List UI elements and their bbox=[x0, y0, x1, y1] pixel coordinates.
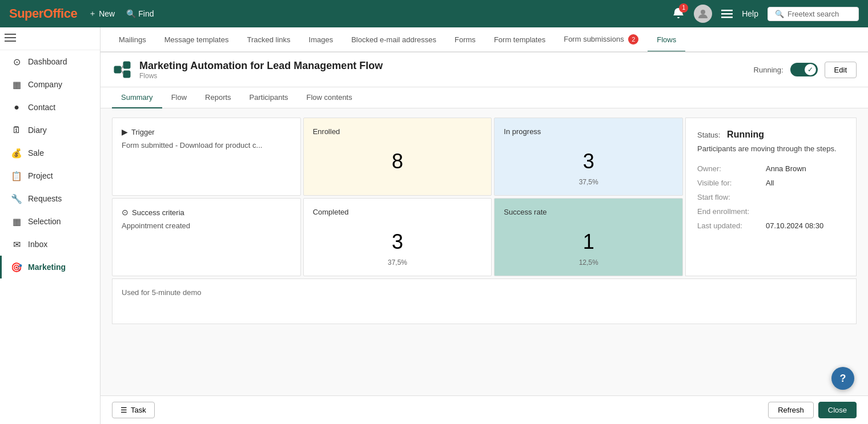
sidebar-item-project[interactable]: 📋 Project bbox=[0, 164, 100, 187]
updated-row: Last updated: 07.10.2024 08:30 bbox=[697, 221, 845, 230]
visible-value: All bbox=[766, 179, 774, 187]
visible-row: Visible for: All bbox=[697, 179, 845, 187]
owner-row: Owner: Anna Brown bbox=[697, 164, 845, 173]
end-row: End enrollment: bbox=[697, 207, 845, 216]
sidebar-label-requests: Requests bbox=[28, 194, 62, 203]
close-button[interactable]: Close bbox=[818, 402, 857, 418]
flow-header: Marketing Automation for Lead Management… bbox=[101, 53, 868, 87]
flow-area: Marketing Automation for Lead Management… bbox=[101, 53, 868, 424]
task-button[interactable]: ☰ Task bbox=[112, 402, 155, 418]
sidebar-label-company: Company bbox=[28, 80, 62, 89]
inprogress-card: In progress 3 37,5% bbox=[494, 118, 683, 196]
tab-blocked-email[interactable]: Blocked e-mail addresses bbox=[342, 29, 445, 52]
sidebar-item-marketing[interactable]: 🎯 Marketing bbox=[0, 256, 100, 278]
tab-images[interactable]: Images bbox=[300, 29, 343, 52]
sidebar-item-company[interactable]: ▦ Company bbox=[0, 73, 100, 96]
sidebar-label-marketing: Marketing bbox=[28, 263, 66, 272]
tab-forms[interactable]: Forms bbox=[445, 29, 485, 52]
success-rate-label: Success rate bbox=[504, 208, 673, 216]
project-icon: 📋 bbox=[11, 170, 22, 181]
sidebar: ⊙ Dashboard ▦ Company ● Contact 🗓 Diary … bbox=[0, 27, 101, 424]
dashboard-icon: ⊙ bbox=[11, 56, 22, 67]
sub-tab-flow[interactable]: Flow bbox=[162, 87, 196, 108]
sub-tab-flow-contents[interactable]: Flow contents bbox=[298, 87, 361, 108]
user-avatar[interactable] bbox=[694, 5, 712, 23]
sub-tab-participants[interactable]: Participants bbox=[240, 87, 298, 108]
help-fab-button[interactable]: ? bbox=[831, 367, 854, 390]
close-label: Close bbox=[828, 406, 847, 414]
sidebar-item-sale[interactable]: 💰 Sale bbox=[0, 142, 100, 164]
requests-icon: 🔧 bbox=[11, 193, 22, 204]
sidebar-item-dashboard[interactable]: ⊙ Dashboard bbox=[0, 50, 100, 73]
sidebar-item-diary[interactable]: 🗓 Diary bbox=[0, 119, 100, 142]
task-icon: ☰ bbox=[120, 406, 127, 414]
sidebar-item-contact[interactable]: ● Contact bbox=[0, 96, 100, 119]
enrolled-label: Enrolled bbox=[313, 127, 483, 136]
svg-point-0 bbox=[701, 10, 705, 14]
notes-area: Used for 5-minute demo bbox=[112, 278, 857, 324]
completed-label: Completed bbox=[313, 208, 483, 216]
svg-line-10 bbox=[121, 65, 123, 70]
start-row: Start flow: bbox=[697, 193, 845, 201]
sidebar-item-requests[interactable]: 🔧 Requests bbox=[0, 187, 100, 210]
sidebar-item-selection[interactable]: ▦ Selection bbox=[0, 210, 100, 233]
notification-badge: 1 bbox=[679, 3, 688, 13]
tab-message-templates[interactable]: Message templates bbox=[155, 29, 238, 52]
help-button[interactable]: Help bbox=[742, 9, 758, 18]
sidebar-label-project: Project bbox=[28, 171, 53, 180]
form-submissions-badge: 2 bbox=[628, 34, 638, 45]
sidebar-item-inbox[interactable]: ✉ Inbox bbox=[0, 233, 100, 256]
success-rate-percent: 12,5% bbox=[504, 259, 673, 266]
enrolled-card: Enrolled 8 bbox=[303, 118, 492, 196]
sub-tab-reports[interactable]: Reports bbox=[196, 87, 240, 108]
running-toggle[interactable]: ✓ bbox=[790, 63, 818, 76]
company-icon: ▦ bbox=[11, 79, 22, 90]
success-criteria-label: ⊙ Success criteria bbox=[122, 208, 291, 217]
sub-tab-summary[interactable]: Summary bbox=[112, 87, 162, 108]
inbox-icon: ✉ bbox=[11, 239, 22, 250]
start-label: Start flow: bbox=[697, 193, 766, 201]
owner-value: Anna Brown bbox=[766, 164, 806, 173]
status-value: Running bbox=[727, 130, 764, 139]
footer-left: ☰ Task bbox=[112, 402, 155, 418]
freetext-search-input[interactable]: 🔍 Freetext search bbox=[767, 7, 859, 21]
sidebar-label-sale: Sale bbox=[28, 148, 44, 158]
tab-form-submissions[interactable]: Form submissions 2 bbox=[554, 27, 648, 53]
menu-button[interactable] bbox=[721, 8, 733, 19]
completed-card: Completed 3 37,5% bbox=[303, 198, 492, 276]
tab-form-templates[interactable]: Form templates bbox=[485, 29, 554, 52]
tab-flows[interactable]: Flows bbox=[648, 29, 685, 52]
flow-breadcrumb: Flows bbox=[139, 72, 383, 80]
success-criteria-card: ⊙ Success criteria Appointment created bbox=[112, 198, 301, 276]
help-fab-label: ? bbox=[840, 373, 846, 385]
edit-button[interactable]: Edit bbox=[825, 62, 857, 78]
app-logo[interactable]: SuperOffice bbox=[9, 6, 77, 21]
sidebar-label-diary: Diary bbox=[28, 126, 47, 135]
refresh-button[interactable]: Refresh bbox=[768, 402, 814, 418]
find-button[interactable]: 🔍 Find bbox=[126, 9, 154, 18]
trigger-label: ▶ Trigger bbox=[122, 127, 291, 136]
diary-icon: 🗓 bbox=[11, 124, 22, 136]
new-button[interactable]: ＋ New bbox=[89, 9, 115, 19]
flow-title-area: Marketing Automation for Lead Management… bbox=[139, 60, 383, 80]
svg-rect-3 bbox=[721, 17, 733, 18]
updated-label: Last updated: bbox=[697, 221, 766, 230]
contact-icon: ● bbox=[11, 102, 22, 113]
svg-rect-5 bbox=[5, 37, 16, 38]
inprogress-label: In progress bbox=[504, 127, 673, 136]
app-layout: ⊙ Dashboard ▦ Company ● Contact 🗓 Diary … bbox=[0, 27, 868, 424]
trigger-value: Form submitted - Download for product c.… bbox=[122, 141, 291, 150]
owner-label: Owner: bbox=[697, 164, 766, 173]
toggle-knob: ✓ bbox=[805, 64, 816, 75]
completed-percent: 37,5% bbox=[313, 259, 483, 266]
completed-value: 3 bbox=[313, 219, 483, 259]
tab-mailings[interactable]: Mailings bbox=[110, 29, 155, 52]
svg-rect-9 bbox=[123, 71, 130, 78]
flow-header-right: Running: ✓ Edit bbox=[754, 62, 857, 78]
svg-rect-6 bbox=[5, 41, 16, 42]
notification-button[interactable]: 1 bbox=[672, 7, 685, 21]
end-label: End enrollment: bbox=[697, 207, 766, 216]
main-content: Mailings Message templates Tracked links… bbox=[101, 27, 868, 424]
tab-tracked-links[interactable]: Tracked links bbox=[238, 29, 299, 52]
sidebar-toggle[interactable] bbox=[0, 27, 100, 50]
